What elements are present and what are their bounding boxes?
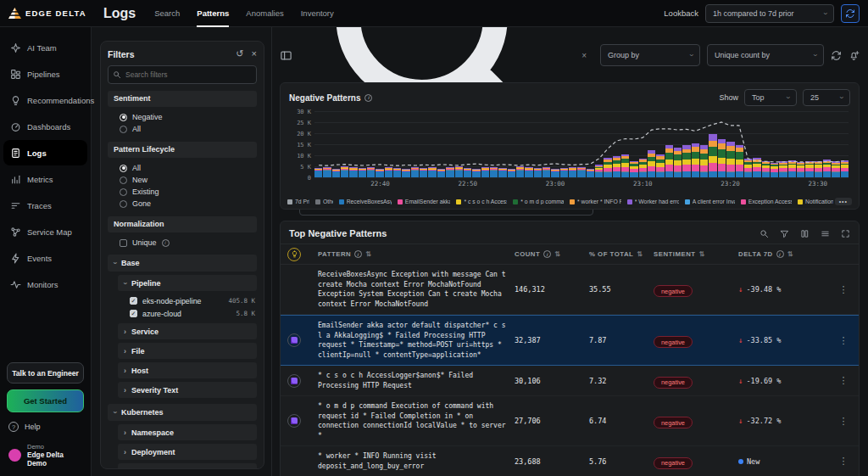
- table-density-icon[interactable]: [821, 229, 830, 238]
- table-row[interactable]: ReceiveBoxesAsync Exception with message…: [281, 265, 859, 315]
- filter-value-azure-cloud[interactable]: ✓azure-cloud5.8 K: [108, 307, 257, 320]
- show-count-select[interactable]: 25 ›: [803, 89, 850, 106]
- filter-subgroup-service[interactable]: ›Service: [118, 323, 257, 339]
- stacked-bar[interactable]: [446, 167, 453, 177]
- stacked-bar[interactable]: [393, 168, 401, 177]
- stacked-bar[interactable]: [639, 159, 647, 177]
- filter-option-gone[interactable]: Gone: [108, 198, 257, 210]
- column-header-delta-7d[interactable]: DELTA 7Di⇅: [738, 250, 828, 258]
- sidebar-item-service-map[interactable]: Service Map: [3, 219, 87, 244]
- tab-inventory[interactable]: Inventory: [301, 0, 334, 27]
- stacked-bar[interactable]: [560, 168, 568, 177]
- get-started-button[interactable]: Get Started: [7, 389, 84, 412]
- pattern-insight-icon[interactable]: [287, 333, 301, 347]
- stacked-bar[interactable]: [577, 167, 585, 177]
- stacked-bar[interactable]: [736, 145, 743, 177]
- sort-icon[interactable]: ⇅: [699, 250, 705, 258]
- create-alert-bell-icon[interactable]: [849, 50, 860, 61]
- stacked-bar[interactable]: [402, 169, 409, 177]
- stacked-bar[interactable]: [490, 167, 498, 177]
- stacked-bar[interactable]: [420, 168, 427, 177]
- filter-subgroup-deployment[interactable]: ›Deployment: [118, 444, 257, 460]
- insights-lightbulb-icon[interactable]: [287, 248, 301, 261]
- column-header-sentiment[interactable]: SENTIMENT⇅: [654, 250, 732, 258]
- filter-option-all[interactable]: All: [108, 162, 257, 174]
- sidebar-item-pipelines[interactable]: Pipelines: [3, 61, 87, 87]
- legend-item-worker-had-error-w[interactable]: * Worker had error w...: [627, 199, 679, 204]
- pattern-insight-icon[interactable]: [287, 374, 301, 388]
- talk-to-engineer-button[interactable]: Talk to an Engineer: [7, 362, 84, 384]
- legend-item-a-client-error-invalid[interactable]: A client error Invalid...: [685, 199, 735, 204]
- legend-item-notifications[interactable]: NotificationS...: [798, 199, 833, 204]
- filter-subgroup-pipeline[interactable]: ›Pipeline: [118, 275, 257, 291]
- stacked-bar[interactable]: [428, 167, 436, 177]
- stacked-bar[interactable]: [587, 169, 594, 177]
- filter-subgroup-severity-text[interactable]: ›Severity Text: [118, 382, 257, 398]
- stacked-bar[interactable]: [805, 161, 813, 177]
- sort-icon[interactable]: ⇅: [637, 250, 643, 258]
- filter-value-eks-node-pipeline[interactable]: ✓eks-node-pipeline405.8 K: [108, 294, 257, 307]
- stacked-bar[interactable]: [525, 167, 532, 177]
- filter-option-negative[interactable]: Negative: [108, 111, 257, 123]
- stacked-bar[interactable]: [455, 166, 463, 177]
- unique-count-by-select[interactable]: Unique count by ›: [707, 44, 824, 66]
- sort-icon[interactable]: ⇅: [554, 250, 560, 258]
- stacked-bar[interactable]: [595, 165, 603, 177]
- sort-icon[interactable]: ⇅: [365, 250, 371, 258]
- legend-item-receiveboxesasync[interactable]: ReceiveBoxesAsync ...: [339, 199, 392, 204]
- filter-subgroup-statefulset[interactable]: ›StatefulSet: [118, 463, 257, 469]
- stacked-bar[interactable]: [569, 167, 576, 177]
- panel-toggle-icon[interactable]: [280, 49, 292, 62]
- sort-icon[interactable]: ⇅: [787, 250, 793, 258]
- sidebar-item-traces[interactable]: Traces: [3, 193, 87, 218]
- filter-option-unique[interactable]: Uniquei: [108, 237, 257, 249]
- close-filters-icon[interactable]: ×: [252, 48, 257, 59]
- table-row[interactable]: * worker * INFO Running visit deposit_an…: [281, 446, 859, 476]
- stacked-bar[interactable]: [481, 167, 489, 177]
- stacked-bar[interactable]: [648, 150, 655, 177]
- sidebar-item-ai-team[interactable]: AI Team: [3, 35, 87, 60]
- stacked-bar[interactable]: [762, 161, 770, 177]
- filter-group-base[interactable]: ›Base: [108, 255, 257, 272]
- stacked-bar[interactable]: [534, 168, 542, 177]
- stacked-bar[interactable]: [709, 134, 716, 177]
- pattern-insight-icon[interactable]: [287, 414, 301, 428]
- stacked-bar[interactable]: [656, 154, 664, 177]
- stacked-bar[interactable]: [314, 168, 322, 177]
- stacked-bar[interactable]: [621, 154, 629, 177]
- sidebar-item-metrics[interactable]: Metrics: [3, 166, 87, 192]
- tab-search[interactable]: Search: [154, 0, 180, 27]
- column-header-of-total[interactable]: % OF TOTAL⇅: [589, 250, 647, 258]
- legend-more-button[interactable]: •••: [835, 198, 852, 205]
- filter-option-existing[interactable]: Existing: [108, 186, 257, 198]
- table-columns-icon[interactable]: [800, 229, 810, 238]
- refresh-button[interactable]: [841, 4, 860, 23]
- tab-patterns[interactable]: Patterns: [197, 0, 229, 27]
- filter-option-new[interactable]: New: [108, 174, 257, 186]
- legend-item-exception-accesske[interactable]: Exception AccessKe...: [741, 199, 792, 204]
- refresh-icon[interactable]: [831, 50, 842, 61]
- stacked-bar[interactable]: [508, 169, 515, 177]
- stacked-bar[interactable]: [437, 169, 445, 177]
- stacked-bar[interactable]: [613, 156, 620, 177]
- stacked-bar[interactable]: [349, 167, 357, 177]
- stacked-bar[interactable]: [604, 158, 611, 177]
- stacked-bar[interactable]: [753, 158, 760, 177]
- stacked-bar[interactable]: [630, 161, 637, 177]
- row-menu-icon[interactable]: ⋮: [835, 335, 852, 346]
- stacked-bar[interactable]: [376, 169, 383, 177]
- edge-delta-logo[interactable]: EDGE DELTA: [0, 8, 92, 19]
- stacked-bar[interactable]: [700, 145, 708, 177]
- stacked-bar[interactable]: [542, 167, 550, 177]
- filter-subgroup-file[interactable]: ›File: [118, 343, 257, 359]
- reset-filters-icon[interactable]: ↺: [236, 48, 243, 59]
- table-row[interactable]: * c s o c h AccessLogger$anon$* Failed P…: [281, 366, 859, 396]
- sidebar-item-monitors[interactable]: Monitors: [3, 272, 87, 297]
- legend-item-7d-prior[interactable]: 7d Prior: [287, 199, 309, 204]
- stacked-bar[interactable]: [498, 168, 506, 177]
- show-top-select[interactable]: Top ›: [744, 89, 797, 106]
- stacked-bar[interactable]: [665, 145, 673, 177]
- stacked-bar[interactable]: [341, 166, 348, 177]
- table-row[interactable]: EmailSender akka actor default dispatche…: [281, 315, 859, 366]
- stacked-bar[interactable]: [797, 162, 804, 177]
